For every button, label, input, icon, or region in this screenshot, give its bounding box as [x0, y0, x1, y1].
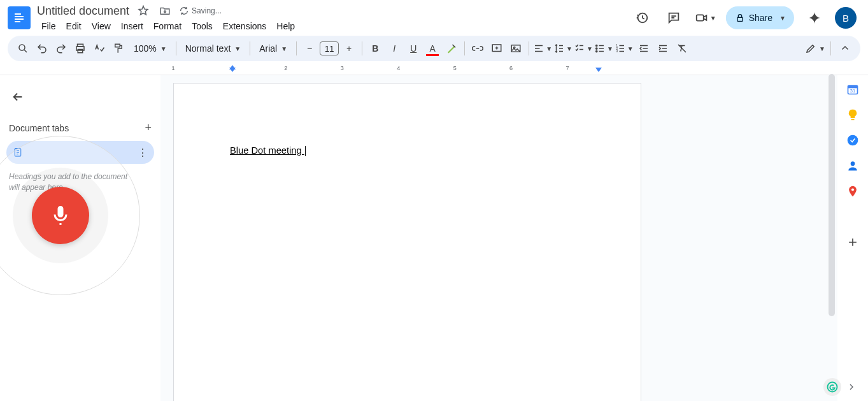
document-content[interactable]: Blue Dot meeting — [230, 145, 304, 156]
collapse-toolbar-icon[interactable] — [836, 40, 854, 57]
header: Untitled document Saving... File Edit Vi… — [0, 0, 868, 32]
keep-app-icon[interactable] — [846, 108, 859, 121]
svg-rect-11 — [115, 44, 120, 47]
maps-app-icon[interactable] — [846, 185, 859, 198]
tabs-hint: Headings you add to the document will ap… — [6, 171, 154, 193]
ruler-first-line-indent[interactable] — [229, 65, 236, 69]
menu-insert[interactable]: Insert — [117, 20, 148, 33]
tab-more-icon[interactable]: ⋮ — [138, 147, 148, 159]
menu-format[interactable]: Format — [149, 20, 186, 33]
paragraph-style-select[interactable]: Normal text▼ — [180, 40, 246, 57]
underline-button[interactable]: U — [404, 40, 422, 57]
svg-point-27 — [851, 188, 854, 191]
font-size-increase[interactable]: + — [340, 40, 358, 57]
contacts-app-icon[interactable] — [846, 159, 859, 172]
share-dropdown[interactable]: ▼ — [774, 6, 792, 29]
menu-view[interactable]: View — [87, 20, 115, 33]
add-app-icon[interactable] — [846, 236, 859, 249]
star-icon[interactable] — [136, 3, 151, 18]
font-select[interactable]: Arial▼ — [254, 40, 292, 57]
svg-rect-1 — [15, 16, 24, 17]
vertical-scrollbar[interactable] — [829, 74, 835, 316]
share-button[interactable]: Share — [726, 8, 781, 28]
svg-point-15 — [596, 45, 597, 46]
svg-point-26 — [851, 161, 855, 166]
tab-item-active[interactable]: ⋮ — [6, 141, 154, 164]
docs-logo[interactable] — [8, 6, 31, 29]
font-size-control: − + — [301, 40, 358, 57]
search-icon[interactable] — [14, 40, 32, 57]
tasks-app-icon[interactable] — [846, 134, 859, 147]
align-button[interactable]: ▼ — [533, 40, 552, 57]
insert-image-icon[interactable] — [507, 40, 525, 57]
ruler-right-indent[interactable] — [595, 68, 602, 72]
editing-mode-button[interactable]: ▼ — [805, 40, 825, 57]
decrease-indent-icon[interactable] — [635, 40, 653, 57]
account-avatar[interactable]: B — [835, 7, 857, 29]
side-panel-toggle-icon[interactable] — [846, 382, 857, 392]
back-arrow-icon[interactable] — [6, 85, 29, 108]
clear-formatting-icon[interactable] — [673, 40, 691, 57]
menu-edit[interactable]: Edit — [62, 20, 86, 33]
bottom-right-controls — [823, 378, 857, 396]
document-tabs-title: Document tabs — [9, 123, 69, 133]
comments-icon[interactable] — [662, 6, 685, 29]
checklist-button[interactable]: ▼ — [574, 40, 593, 57]
document-title[interactable]: Untitled document — [37, 4, 129, 18]
tab-doc-icon — [13, 147, 23, 157]
saving-text: Saving... — [192, 6, 222, 15]
title-area: Untitled document Saving... File Edit Vi… — [37, 3, 299, 33]
menu-help[interactable]: Help — [272, 20, 299, 33]
page-area[interactable]: Blue Dot meeting — [160, 75, 837, 401]
zoom-select[interactable]: 100%▼ — [129, 40, 172, 57]
redo-icon[interactable] — [52, 40, 70, 57]
meet-icon[interactable]: ▼ — [694, 6, 717, 29]
share-label: Share — [749, 13, 772, 23]
gemini-icon[interactable] — [803, 6, 826, 29]
insert-link-icon[interactable] — [469, 40, 487, 57]
menu-extensions[interactable]: Extensions — [218, 20, 271, 33]
grammarly-icon[interactable] — [823, 378, 841, 396]
spellcheck-icon[interactable] — [90, 40, 108, 57]
svg-rect-3 — [15, 21, 20, 22]
voice-typing-button[interactable] — [32, 187, 89, 244]
bold-button[interactable]: B — [366, 40, 384, 57]
svg-point-7 — [19, 45, 25, 50]
document-page[interactable]: Blue Dot meeting — [173, 83, 641, 401]
menu-bar: File Edit View Insert Format Tools Exten… — [37, 20, 299, 33]
side-panel: 31 — [837, 75, 868, 401]
share-container: Share ▼ — [726, 6, 794, 29]
svg-text:31: 31 — [850, 88, 855, 94]
highlight-button[interactable] — [443, 40, 460, 57]
toolbar: 100%▼ Normal text▼ Arial▼ − + B I U A ▼ … — [8, 36, 860, 61]
svg-rect-0 — [15, 13, 21, 15]
svg-rect-6 — [737, 17, 743, 21]
text-cursor — [305, 146, 306, 156]
move-icon[interactable] — [157, 3, 173, 18]
ruler[interactable]: 1 2 3 4 5 6 7 — [0, 65, 868, 75]
numbered-list-button[interactable]: 123▼ — [615, 40, 634, 57]
calendar-app-icon[interactable]: 31 — [846, 83, 859, 96]
svg-text:3: 3 — [616, 49, 618, 53]
undo-icon[interactable] — [33, 40, 51, 57]
add-tab-icon[interactable]: + — [145, 121, 152, 135]
lock-icon — [735, 13, 745, 23]
header-right: ▼ Share ▼ B — [630, 6, 860, 29]
svg-point-17 — [596, 50, 597, 52]
menu-file[interactable]: File — [37, 20, 60, 33]
text-color-button[interactable]: A — [423, 40, 441, 57]
line-spacing-button[interactable]: ▼ — [553, 40, 573, 57]
left-panel: Document tabs + ⋮ Headings you add to th… — [0, 75, 160, 401]
svg-rect-5 — [696, 15, 703, 20]
menu-tools[interactable]: Tools — [187, 20, 217, 33]
italic-button[interactable]: I — [385, 40, 403, 57]
font-size-decrease[interactable]: − — [301, 40, 318, 57]
bulleted-list-button[interactable]: ▼ — [594, 40, 613, 57]
main-area: Document tabs + ⋮ Headings you add to th… — [0, 75, 868, 401]
history-icon[interactable] — [630, 6, 653, 29]
print-icon[interactable] — [71, 40, 89, 57]
add-comment-icon[interactable] — [488, 40, 506, 57]
increase-indent-icon[interactable] — [654, 40, 672, 57]
paint-format-icon[interactable] — [110, 40, 127, 57]
font-size-input[interactable] — [320, 41, 339, 55]
